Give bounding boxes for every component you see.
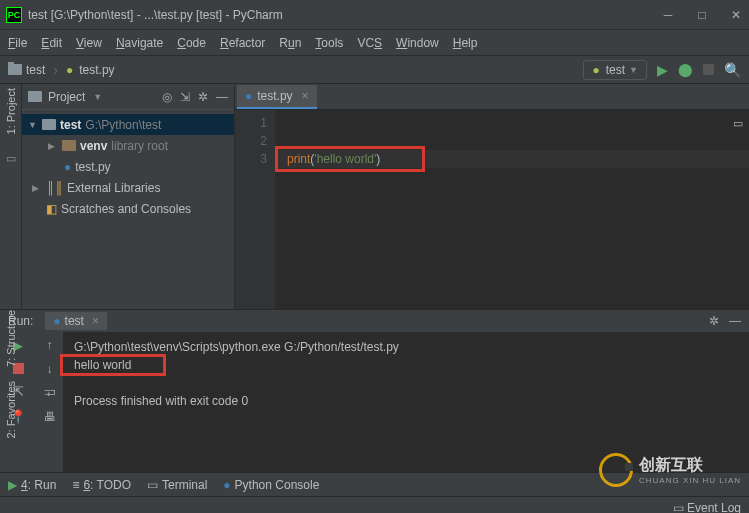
menu-vcs[interactable]: VCS — [357, 36, 382, 50]
breadcrumb-file[interactable]: test.py — [79, 63, 114, 77]
maximize-button[interactable]: □ — [695, 8, 709, 22]
python-icon: ● — [53, 314, 60, 328]
watermark-brand: 创新互联 — [639, 455, 741, 476]
watermark-sub: CHUANG XIN HU LIAN — [639, 476, 741, 485]
code-editor[interactable]: 1 2 3 print('hello world') ▭ — [235, 110, 749, 309]
menu-navigate[interactable]: Navigate — [116, 36, 163, 50]
menu-file[interactable]: File — [8, 36, 27, 50]
up-icon[interactable]: ↑ — [47, 338, 53, 352]
menu-view[interactable]: View — [76, 36, 102, 50]
stop-button[interactable] — [703, 64, 714, 75]
search-icon[interactable]: 🔍 — [724, 62, 741, 78]
sidebar-tab-favorites[interactable]: 2: Favorites — [5, 381, 17, 438]
console-line-exit: Process finished with exit code 0 — [74, 392, 739, 410]
source-text[interactable]: print('hello world') ▭ — [275, 110, 749, 309]
hide-icon[interactable]: — — [729, 314, 741, 328]
tree-file-testpy[interactable]: ● test.py — [22, 156, 234, 177]
window-title: test [G:\Python\test] - ...\test.py [tes… — [28, 8, 661, 22]
menu-tools[interactable]: Tools — [315, 36, 343, 50]
run-tool-window: Run: ● test × ✲ — ▶ ⇱ 📍 ↑ ↓ ⮒ 🖶 G:\Pytho… — [0, 309, 749, 472]
minimize-button[interactable]: ─ — [661, 8, 675, 22]
down-icon[interactable]: ↓ — [47, 362, 53, 376]
editor-area: ● test.py × 1 2 3 print('hello world') ▭ — [235, 84, 749, 309]
event-log-link[interactable]: ▭ Event Log — [673, 501, 741, 514]
locate-icon[interactable]: ◎ — [162, 90, 172, 104]
tree-root[interactable]: ▼ test G:\Python\test — [22, 114, 234, 135]
project-panel-header: Project ▼ ◎ ⇲ ✲ — — [22, 84, 234, 110]
watermark: 创新互联 CHUANG XIN HU LIAN — [599, 453, 741, 487]
dropdown-icon[interactable]: ▼ — [93, 92, 102, 102]
collapse-icon[interactable]: ⇲ — [180, 90, 190, 104]
project-panel: Project ▼ ◎ ⇲ ✲ — ▼ test G:\Python\test … — [22, 84, 235, 309]
project-tree: ▼ test G:\Python\test ▶ venv library roo… — [22, 110, 234, 223]
pycharm-icon: PC — [6, 7, 22, 23]
scratches-icon: ◧ — [46, 202, 57, 216]
folder-icon — [28, 91, 42, 102]
sidebar-icon[interactable]: ▭ — [6, 152, 16, 165]
run-toolbar-secondary: ↑ ↓ ⮒ 🖶 — [36, 332, 64, 472]
folder-icon — [8, 64, 22, 75]
left-tool-stripe: 1: Project ▭ — [0, 84, 22, 309]
sidebar-tab-project[interactable]: 1: Project — [5, 88, 17, 134]
menu-code[interactable]: Code — [177, 36, 206, 50]
bottom-tab-terminal[interactable]: ▭Terminal — [147, 478, 207, 492]
tree-external-libs[interactable]: ▶║║ External Libraries — [22, 177, 234, 198]
settings-icon[interactable]: ✲ — [198, 90, 208, 104]
menu-help[interactable]: Help — [453, 36, 478, 50]
menu-edit[interactable]: Edit — [41, 36, 62, 50]
hide-icon[interactable]: — — [216, 90, 228, 104]
python-file-icon: ● — [66, 63, 73, 77]
bottom-tab-python-console[interactable]: ●Python Console — [223, 478, 319, 492]
menu-run[interactable]: Run — [279, 36, 301, 50]
bottom-tab-run[interactable]: ▶4: Run — [8, 478, 56, 492]
console-line-cmd: G:\Python\test\venv\Scripts\python.exe G… — [74, 338, 739, 356]
python-file-icon: ● — [64, 160, 71, 174]
library-icon: ║║ — [46, 181, 63, 195]
breadcrumb-root[interactable]: test — [26, 63, 45, 77]
run-tab-test[interactable]: ● test × — [45, 312, 107, 330]
debug-button[interactable]: ⬤ — [678, 62, 693, 77]
bottom-tab-todo[interactable]: ≡6: TODO — [72, 478, 131, 492]
dropdown-icon: ▼ — [629, 65, 638, 75]
console-output[interactable]: G:\Python\test\venv\Scripts\python.exe G… — [64, 332, 749, 472]
close-icon[interactable]: × — [92, 314, 99, 328]
run-config-selector[interactable]: ● test ▼ — [583, 60, 647, 80]
tree-venv[interactable]: ▶ venv library root — [22, 135, 234, 156]
watermark-logo-icon — [599, 453, 633, 487]
run-button[interactable]: ▶ — [657, 62, 668, 78]
menu-bar: File Edit View Navigate Code Refactor Ru… — [0, 30, 749, 56]
run-config-label: test — [606, 63, 625, 77]
close-tab-icon[interactable]: × — [302, 89, 309, 103]
menu-window[interactable]: Window — [396, 36, 439, 50]
close-button[interactable]: ✕ — [729, 8, 743, 22]
print-icon[interactable]: 🖶 — [44, 410, 56, 424]
main-area: 1: Project ▭ Project ▼ ◎ ⇲ ✲ — ▼ test G:… — [0, 84, 749, 309]
breadcrumb-separator: › — [53, 62, 58, 78]
menu-refactor[interactable]: Refactor — [220, 36, 265, 50]
editor-tab-testpy[interactable]: ● test.py × — [237, 85, 317, 109]
project-panel-title: Project — [48, 90, 85, 104]
tree-scratches[interactable]: ◧ Scratches and Consoles — [22, 198, 234, 219]
console-line-output: hello world — [74, 356, 739, 374]
run-header: Run: ● test × ✲ — — [0, 310, 749, 332]
run-body: ▶ ⇱ 📍 ↑ ↓ ⮒ 🖶 G:\Python\test\venv\Script… — [0, 332, 749, 472]
sidebar-tab-structure[interactable]: 7: Structure — [5, 310, 17, 367]
python-icon: ● — [592, 63, 599, 77]
status-bar: ▭ Event Log — [0, 496, 749, 513]
editor-tabs: ● test.py × — [235, 84, 749, 110]
line-gutter: 1 2 3 — [235, 110, 275, 309]
python-file-icon: ● — [245, 89, 252, 103]
navigation-bar: test › ● test.py ● test ▼ ▶ ⬤ 🔍 — [0, 56, 749, 84]
wrap-icon[interactable]: ⮒ — [44, 386, 56, 400]
context-icon[interactable]: ▭ — [733, 114, 743, 132]
editor-tab-label: test.py — [257, 89, 292, 103]
title-bar: PC test [G:\Python\test] - ...\test.py [… — [0, 0, 749, 30]
settings-icon[interactable]: ✲ — [709, 314, 719, 328]
